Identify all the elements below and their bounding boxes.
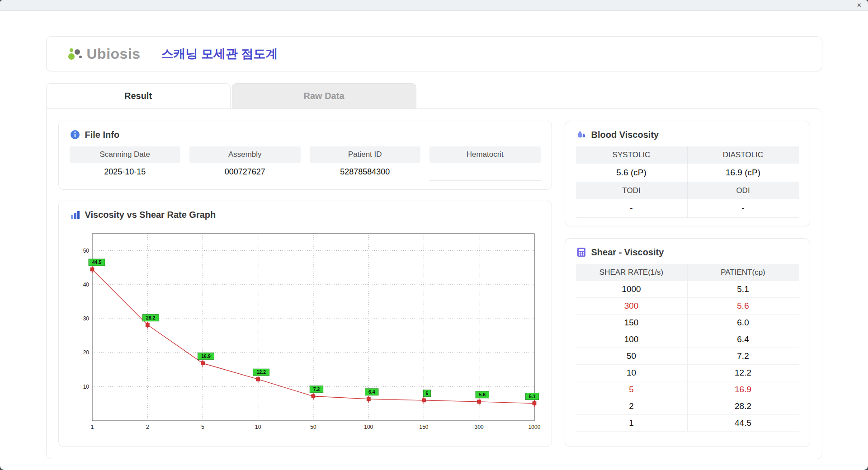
field-label: Scanning Date (70, 146, 181, 163)
svg-text:30: 30 (83, 315, 89, 322)
bv-value-row: -- (576, 199, 799, 218)
svg-text:150: 150 (419, 424, 428, 430)
svg-text:2: 2 (146, 424, 149, 430)
bv-value-row: 5.6 (cP)16.9 (cP) (576, 164, 799, 182)
file-info-fields: Scanning Date2025-10-15Assembly000727627… (70, 146, 541, 181)
patient-cell: 6.4 (687, 331, 799, 348)
patient-cell: 12.2 (687, 365, 799, 381)
bv-value-cell: 5.6 (cP) (576, 164, 687, 182)
patient-cell: 28.2 (687, 398, 799, 415)
shear-rate-cell: 100 (576, 331, 687, 348)
patient-cell: 6.0 (687, 315, 799, 331)
calculator-icon (576, 247, 587, 258)
field-label: Patient ID (310, 146, 421, 163)
tab-result[interactable]: Result (46, 83, 231, 108)
svg-text:7.2: 7.2 (313, 386, 320, 392)
shear-rate-cell: 300 (576, 298, 687, 315)
shear-rate-cell: 150 (576, 315, 687, 331)
field-value: 52878584300 (310, 163, 421, 181)
table-row: 3005.6 (576, 298, 799, 315)
field-value: 2025-10-15 (70, 163, 181, 181)
svg-text:10: 10 (83, 384, 89, 390)
graph-title: Viscosity vs Shear Rate Graph (85, 210, 216, 220)
field-value: 000727627 (189, 163, 301, 181)
file-info-field: Scanning Date2025-10-15 (70, 146, 181, 181)
window-titlebar: ✕ (0, 0, 868, 11)
field-value (429, 163, 541, 181)
table-row: 10005.1 (576, 281, 799, 298)
svg-text:1000: 1000 (528, 424, 540, 430)
table-row: 1006.4 (576, 331, 799, 348)
close-icon[interactable]: ✕ (857, 2, 862, 8)
file-info-card: File Info Scanning Date2025-10-15Assembl… (58, 121, 552, 190)
logo-leaf-icon (66, 46, 84, 61)
shear-viscosity-card: Shear - Viscosity SHEAR RATE(1/s) PATIEN… (565, 238, 810, 447)
bv-header-cell: ODI (687, 182, 799, 199)
svg-text:50: 50 (83, 248, 89, 254)
svg-text:28.2: 28.2 (146, 315, 156, 320)
svg-text:40: 40 (83, 282, 89, 288)
bv-header-cell: TODI (576, 182, 687, 199)
shear-table-body: 10005.13005.61506.01006.4507.21012.2516.… (576, 281, 799, 432)
shear-rate-column-header: SHEAR RATE(1/s) (576, 264, 687, 281)
file-info-field: Assembly000727627 (189, 146, 301, 181)
app-window: Ubiosis 스캐닝 모세관 점도계 Result Raw Data (0, 11, 868, 470)
svg-text:5.6: 5.6 (479, 392, 486, 397)
ubiosis-logo: Ubiosis (66, 46, 141, 62)
svg-text:10: 10 (255, 424, 261, 430)
svg-text:5: 5 (201, 424, 204, 430)
table-row: 144.5 (576, 415, 799, 432)
bv-header-row: TODIODI (576, 182, 799, 199)
logo-text: Ubiosis (87, 46, 141, 62)
info-icon (70, 129, 80, 140)
bar-chart-icon (70, 209, 80, 220)
blood-viscosity-card: Blood Viscosity SYSTOLICDIASTOLIC5.6 (cP… (565, 121, 810, 226)
bv-header-row: SYSTOLICDIASTOLIC (576, 146, 799, 164)
svg-text:12.2: 12.2 (256, 369, 266, 375)
svg-text:6.4: 6.4 (368, 389, 375, 395)
svg-text:100: 100 (364, 424, 373, 430)
bv-header-cell: SYSTOLIC (576, 146, 687, 164)
file-info-title-row: File Info (70, 129, 541, 140)
chart-holder: 10203040501251050100150300100044.528.216… (70, 226, 541, 437)
patient-cell: 5.6 (687, 298, 799, 315)
svg-text:1: 1 (90, 424, 94, 430)
svg-text:16.9: 16.9 (201, 353, 211, 359)
file-info-field: Hematocrit (429, 146, 541, 181)
content-panel: File Info Scanning Date2025-10-15Assembl… (46, 108, 822, 459)
blood-viscosity-title-row: Blood Viscosity (576, 129, 799, 140)
shear-table-header: SHEAR RATE(1/s) PATIENT(cp) (576, 264, 799, 281)
shear-rate-cell: 10 (576, 365, 687, 381)
table-row: 507.2 (576, 348, 799, 365)
tab-bar: Result Raw Data (46, 83, 822, 108)
shear-rate-cell: 1000 (576, 281, 687, 298)
field-label: Assembly (189, 146, 301, 163)
graph-title-row: Viscosity vs Shear Rate Graph (70, 209, 541, 220)
bv-value-cell: - (576, 199, 687, 218)
patient-cell: 44.5 (687, 415, 799, 432)
patient-column-header: PATIENT(cp) (687, 264, 799, 281)
graph-card: Viscosity vs Shear Rate Graph 1020304050… (58, 201, 552, 447)
patient-cell: 7.2 (687, 348, 799, 365)
patient-cell: 16.9 (687, 381, 799, 398)
svg-text:44.5: 44.5 (92, 259, 101, 265)
app-header: Ubiosis 스캐닝 모세관 점도계 (46, 36, 822, 71)
file-info-title: File Info (85, 130, 120, 140)
blood-viscosity-title: Blood Viscosity (591, 130, 659, 140)
bv-value-cell: 16.9 (cP) (687, 164, 799, 182)
svg-text:5.1: 5.1 (528, 394, 535, 399)
viscosity-shear-chart: 10203040501251050100150300100044.528.216… (71, 226, 542, 435)
svg-text:6: 6 (425, 390, 428, 396)
field-label: Hematocrit (429, 146, 541, 163)
table-row: 1012.2 (576, 365, 799, 381)
page-title: 스캐닝 모세관 점도계 (161, 46, 278, 62)
shear-viscosity-title-row: Shear - Viscosity (576, 247, 799, 258)
shear-rate-cell: 50 (576, 348, 687, 365)
tab-raw-data[interactable]: Raw Data (232, 83, 416, 108)
svg-text:50: 50 (310, 424, 316, 430)
svg-text:300: 300 (474, 424, 483, 430)
patient-cell: 5.1 (687, 281, 799, 298)
table-row: 228.2 (576, 398, 799, 415)
bv-value-cell: - (687, 199, 799, 218)
file-info-field: Patient ID52878584300 (310, 146, 421, 181)
